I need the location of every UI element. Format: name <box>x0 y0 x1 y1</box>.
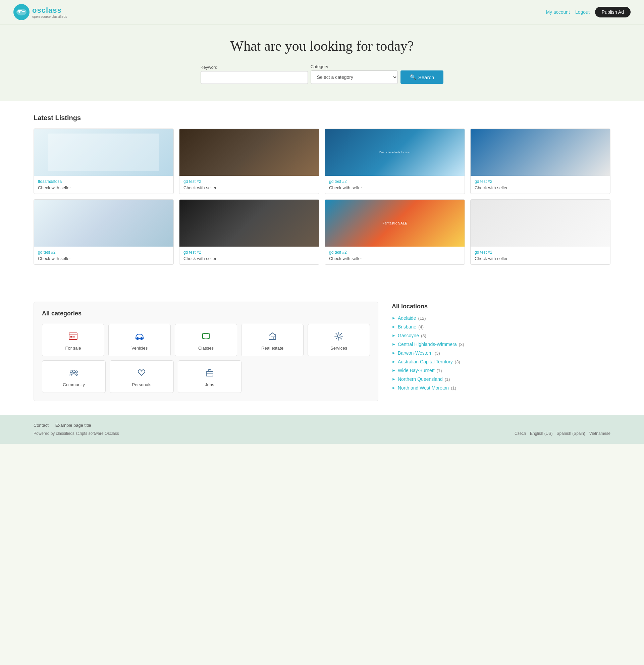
category-card-services[interactable]: Services <box>308 324 370 356</box>
location-link[interactable]: Adelaide <box>398 316 416 321</box>
listing-seller: gd test #2 <box>475 179 606 184</box>
header-nav: My account Logout Publish Ad <box>546 7 630 17</box>
listing-title: Check with seller <box>329 256 461 261</box>
categories-row2: Community Personals Jobs <box>42 360 241 393</box>
svg-point-0 <box>16 9 26 15</box>
listing-title: Check with seller <box>183 256 315 261</box>
listing-title: Check with seller <box>183 185 315 190</box>
listing-thumbnail <box>179 200 319 247</box>
search-icon: 🔍 <box>410 74 416 80</box>
location-item[interactable]: ► Brisbane (4) <box>392 324 610 329</box>
search-button-label: Search <box>418 75 434 80</box>
category-icon-vehicles <box>133 329 146 343</box>
categories-title: All categories <box>42 310 370 317</box>
category-label-real-estate: Real estate <box>261 346 284 350</box>
location-item[interactable]: ► Gascoyne (3) <box>392 333 610 338</box>
location-link[interactable]: North and West Moreton <box>398 385 449 391</box>
publish-ad-button[interactable]: Publish Ad <box>595 7 630 17</box>
category-label-vehicles: Vehicles <box>132 346 148 350</box>
listing-card[interactable]: gd test #2 Check with seller <box>470 129 610 194</box>
language-link[interactable]: English (US) <box>530 431 552 436</box>
category-card-for-sale[interactable]: For sale <box>42 324 104 356</box>
logo-icon <box>14 4 30 20</box>
listing-seller: gd test #2 <box>183 250 315 255</box>
svg-point-1 <box>18 11 20 13</box>
category-card-classes[interactable]: Classes <box>175 324 237 356</box>
listing-card[interactable]: gd test #2 Check with seller <box>34 199 174 265</box>
listing-card[interactable]: gd test #2 Check with seller <box>470 199 610 265</box>
category-label-community: Community <box>63 382 85 387</box>
listing-thumbnail <box>471 129 610 176</box>
listing-title: Check with seller <box>475 185 606 190</box>
locations-list: ► Adelaide (12) ► Brisbane (4) ► Gascoyn… <box>392 316 610 391</box>
language-link[interactable]: Spanish (Spain) <box>557 431 585 436</box>
language-link[interactable]: Czech <box>514 431 526 436</box>
category-label-services: Services <box>330 346 347 350</box>
footer-links: ContactExample page title <box>34 423 610 428</box>
svg-point-9 <box>337 335 340 338</box>
logout-link[interactable]: Logout <box>575 10 590 15</box>
listings-grid: ffdsafadsfdsa Check with seller gd test … <box>34 129 610 265</box>
category-card-vehicles[interactable]: Vehicles <box>108 324 171 356</box>
footer-bottom: Powered by classifieds scripts software … <box>34 431 610 436</box>
location-link[interactable]: Brisbane <box>398 324 416 329</box>
location-pin-icon: ► <box>392 350 396 355</box>
location-item[interactable]: ► Adelaide (12) <box>392 316 610 321</box>
location-link[interactable]: Australian Capital Territory <box>398 359 453 364</box>
category-icon-classes <box>199 329 213 343</box>
listing-card[interactable]: Best classifieds for you gd test #2 Chec… <box>325 129 465 194</box>
location-item[interactable]: ► Australian Capital Territory (3) <box>392 359 610 364</box>
listing-thumbnail <box>34 129 173 176</box>
logo[interactable]: osclass open source classifieds <box>14 4 67 20</box>
listing-seller: ffdsafadsfdsa <box>38 179 169 184</box>
category-card-real-estate[interactable]: Real estate <box>241 324 304 356</box>
location-link[interactable]: Gascoyne <box>398 333 419 338</box>
listing-card[interactable]: gd test #2 Check with seller <box>179 199 319 265</box>
location-link[interactable]: Central Highlands-Wimmera <box>398 342 457 347</box>
svg-point-11 <box>70 371 72 373</box>
keyword-field: Keyword <box>200 65 308 84</box>
category-card-personals[interactable]: Personals <box>110 360 173 393</box>
listing-card[interactable]: Fantastic SALE gd test #2 Check with sel… <box>325 199 465 265</box>
location-item[interactable]: ► Central Highlands-Wimmera (3) <box>392 342 610 347</box>
location-count: (1) <box>445 377 450 382</box>
svg-rect-5 <box>73 336 75 338</box>
my-account-link[interactable]: My account <box>546 10 570 15</box>
listing-title: Check with seller <box>38 185 169 190</box>
location-pin-icon: ► <box>392 342 396 347</box>
listing-thumbnail <box>179 129 319 176</box>
category-label-for-sale: For sale <box>65 346 81 350</box>
category-card-community[interactable]: Community <box>42 360 106 393</box>
listing-info: gd test #2 Check with seller <box>179 247 319 264</box>
footer-link[interactable]: Contact <box>34 423 48 428</box>
category-label-personals: Personals <box>132 382 151 387</box>
listing-info: gd test #2 Check with seller <box>471 176 610 194</box>
location-item[interactable]: ► North and West Moreton (1) <box>392 385 610 391</box>
category-card-jobs[interactable]: Jobs <box>178 360 241 393</box>
location-pin-icon: ► <box>392 333 396 338</box>
listing-info: gd test #2 Check with seller <box>325 247 465 264</box>
keyword-input[interactable] <box>200 71 308 84</box>
location-item[interactable]: ► Wide Bay-Burnett (1) <box>392 368 610 373</box>
listing-card[interactable]: gd test #2 Check with seller <box>179 129 319 194</box>
hero-section: What are you looking for today? Keyword … <box>0 24 644 101</box>
location-link[interactable]: Northern Queensland <box>398 377 443 382</box>
search-button[interactable]: 🔍 Search <box>401 71 444 84</box>
location-item[interactable]: ► Barwon-Western (3) <box>392 350 610 356</box>
language-link[interactable]: Vietnamese <box>589 431 610 436</box>
category-label-jobs: Jobs <box>205 382 214 387</box>
listing-thumbnail <box>471 200 610 247</box>
listings-title: Latest Listings <box>34 114 610 122</box>
location-link[interactable]: Wide Bay-Burnett <box>398 368 435 373</box>
logo-tagline: open source classifieds <box>32 15 67 18</box>
listing-seller: gd test #2 <box>329 179 461 184</box>
footer-link[interactable]: Example page title <box>55 423 91 428</box>
category-icon-real-estate <box>266 329 279 343</box>
listing-card[interactable]: ffdsafadsfdsa Check with seller <box>34 129 174 194</box>
svg-rect-8 <box>271 337 274 340</box>
location-item[interactable]: ► Northern Queensland (1) <box>392 377 610 382</box>
category-select[interactable]: Select a category For sale Vehicles Clas… <box>311 71 398 84</box>
location-count: (4) <box>418 324 424 329</box>
listing-thumbnail <box>34 200 173 247</box>
location-link[interactable]: Barwon-Western <box>398 350 433 356</box>
